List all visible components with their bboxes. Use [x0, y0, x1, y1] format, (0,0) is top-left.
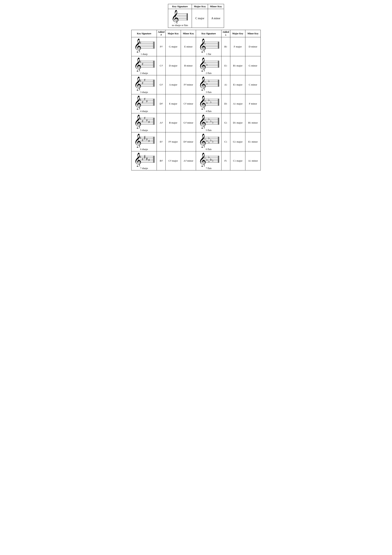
- sharp-keysig-cell-7: 𝄞♯♯♯♯♯♯♯7 sharps: [132, 151, 157, 170]
- svg-text:♯: ♯: [142, 157, 143, 161]
- flat-major-key-5: D♭ major: [230, 113, 245, 132]
- svg-text:♭: ♭: [204, 99, 206, 102]
- svg-text:♯: ♯: [140, 60, 141, 64]
- flat-added-2: E♭: [221, 56, 230, 75]
- main-header-left-keysig: Key Signature: [132, 30, 157, 37]
- svg-text:♯: ♯: [146, 99, 148, 103]
- sharp-keysig-cell-6: 𝄞♯♯♯♯♯♯6 sharps: [132, 132, 157, 151]
- flat-major-key-1: F major: [230, 37, 245, 56]
- main-header-right-keysig: Key Signature: [196, 30, 221, 37]
- svg-text:♯: ♯: [144, 137, 146, 141]
- svg-text:♯: ♯: [146, 138, 148, 141]
- svg-text:♭: ♭: [206, 101, 208, 104]
- svg-text:♭: ♭: [208, 160, 210, 163]
- svg-text:♯: ♯: [140, 41, 141, 45]
- svg-text:♭: ♭: [204, 156, 206, 160]
- svg-text:♯: ♯: [146, 157, 148, 161]
- sharp-label-1: 1 sharp: [141, 53, 148, 56]
- flat-minor-key-7: A♭ minor: [245, 151, 261, 170]
- sharp-major-key-7: C♯ major: [166, 151, 181, 170]
- sharp-added-4: D♯: [157, 94, 166, 113]
- sharp-label-5: 5 sharps: [140, 129, 148, 132]
- svg-text:♭: ♭: [212, 159, 214, 162]
- svg-text:𝄞: 𝄞: [134, 38, 142, 52]
- svg-text:♭: ♭: [206, 120, 208, 123]
- svg-text:♭: ♭: [210, 158, 212, 161]
- svg-text:𝄞: 𝄞: [134, 115, 142, 128]
- svg-text:♭: ♭: [204, 137, 206, 140]
- svg-text:♭: ♭: [204, 42, 206, 45]
- flat-keysig-cell-5: 𝄞♭♭♭♭♭5 flats: [196, 113, 221, 132]
- svg-text:♭: ♭: [206, 158, 208, 161]
- flat-major-key-6: G♭ major: [230, 132, 245, 151]
- sharp-keysig-cell-2: 𝄞♯♯2 sharps: [132, 56, 157, 75]
- sharp-major-key-6: F♯ major: [166, 132, 181, 151]
- flat-minor-key-1: D minor: [245, 37, 261, 56]
- sharp-label-7: 7 sharps: [140, 167, 148, 170]
- svg-text:𝄞: 𝄞: [134, 153, 142, 167]
- sharp-keysig-cell-5: 𝄞♯♯♯♯♯5 sharps: [132, 113, 157, 132]
- top-keysig-svg: 𝄞: [170, 10, 190, 23]
- table-row: 𝄞♯♯♯♯4 sharpsD♯E majorC♯ minor𝄞♭♭♭♭4 fla…: [132, 94, 261, 113]
- svg-text:𝄞: 𝄞: [199, 153, 206, 167]
- flat-major-key-4: A♭ major: [230, 94, 245, 113]
- sharp-keysig-cell-4: 𝄞♯♯♯♯4 sharps: [132, 94, 157, 113]
- svg-text:♯: ♯: [142, 81, 143, 85]
- sharp-minor-key-4: C♯ minor: [181, 94, 196, 113]
- svg-text:♭: ♭: [206, 82, 208, 85]
- sharp-added-5: A♯: [157, 113, 166, 132]
- flat-label-4: 4 flats: [206, 110, 212, 113]
- table-row: 𝄞♯♯♯♯♯5 sharpsA♯B majorG♯ minor𝄞♭♭♭♭♭5 f…: [132, 113, 261, 132]
- flat-label-2: 2 flats: [206, 72, 212, 75]
- svg-text:♭: ♭: [212, 121, 214, 124]
- flat-added-4: D♭: [221, 94, 230, 113]
- sharp-major-key-2: D major: [166, 56, 181, 75]
- svg-text:♭: ♭: [208, 141, 210, 144]
- svg-text:♯: ♯: [140, 136, 141, 140]
- svg-text:♭: ♭: [208, 136, 210, 140]
- svg-text:𝄞: 𝄞: [199, 95, 206, 110]
- sharp-added-7: B♯: [157, 151, 166, 170]
- svg-text:♯: ♯: [144, 156, 146, 160]
- svg-text:♭: ♭: [208, 155, 210, 159]
- main-header-right-major: Major Key: [230, 30, 245, 37]
- sharp-minor-key-1: E minor: [181, 37, 196, 56]
- svg-text:♯: ♯: [140, 98, 141, 102]
- flat-major-key-2: B♭ major: [230, 56, 245, 75]
- svg-text:♭: ♭: [212, 140, 214, 143]
- flat-keysig-cell-1: 𝄞♭1 flat: [196, 37, 221, 56]
- svg-text:♯: ♯: [142, 138, 143, 142]
- svg-text:𝄞: 𝄞: [199, 38, 206, 52]
- flat-keysig-cell-3: 𝄞♭♭♭3 flats: [196, 75, 221, 94]
- flat-label-3: 3 flats: [206, 91, 212, 94]
- table-row: 𝄞♯♯♯♯♯♯6 sharpsE♯F♯ majorD♯ minor𝄞♭♭♭♭♭♭…: [132, 132, 261, 151]
- top-keysig-cell: 𝄞 no sharps or flats: [168, 9, 192, 28]
- flat-minor-key-6: E♭ minor: [245, 132, 261, 151]
- svg-text:♯: ♯: [142, 100, 143, 104]
- svg-text:♯: ♯: [140, 155, 141, 159]
- flat-minor-key-3: C minor: [245, 75, 261, 94]
- top-header-keysig: Key Signature: [168, 4, 192, 9]
- flat-label-5: 5 flats: [206, 129, 212, 132]
- flat-major-key-7: C♭ major: [230, 151, 245, 170]
- sharp-keysig-cell-1: 𝄞♯1 sharp: [132, 37, 157, 56]
- flat-minor-key-4: F minor: [245, 94, 261, 113]
- svg-text:♯: ♯: [148, 139, 150, 143]
- svg-text:𝄞: 𝄞: [134, 76, 142, 90]
- sharp-added-6: E♯: [157, 132, 166, 151]
- svg-text:♭: ♭: [208, 117, 210, 121]
- flat-keysig-cell-7: 𝄞♭♭♭♭♭♭♭7 flats: [196, 151, 221, 170]
- svg-text:𝄞: 𝄞: [134, 58, 142, 71]
- svg-text:𝄞: 𝄞: [199, 58, 206, 71]
- sharp-label-6: 6 sharps: [140, 148, 148, 151]
- flat-label-1: 1 flat: [206, 53, 211, 56]
- flat-label-7: 7 flats: [206, 167, 212, 170]
- flat-keysig-cell-4: 𝄞♭♭♭♭4 flats: [196, 94, 221, 113]
- svg-text:♯: ♯: [142, 119, 143, 123]
- sharp-label-3: 3 sharps: [140, 91, 148, 94]
- sharp-major-key-3: A major: [166, 75, 181, 94]
- flat-added-1: B♭: [221, 37, 230, 56]
- svg-text:♭: ♭: [204, 118, 206, 121]
- svg-text:♯: ♯: [148, 120, 150, 124]
- flat-minor-key-2: G minor: [245, 56, 261, 75]
